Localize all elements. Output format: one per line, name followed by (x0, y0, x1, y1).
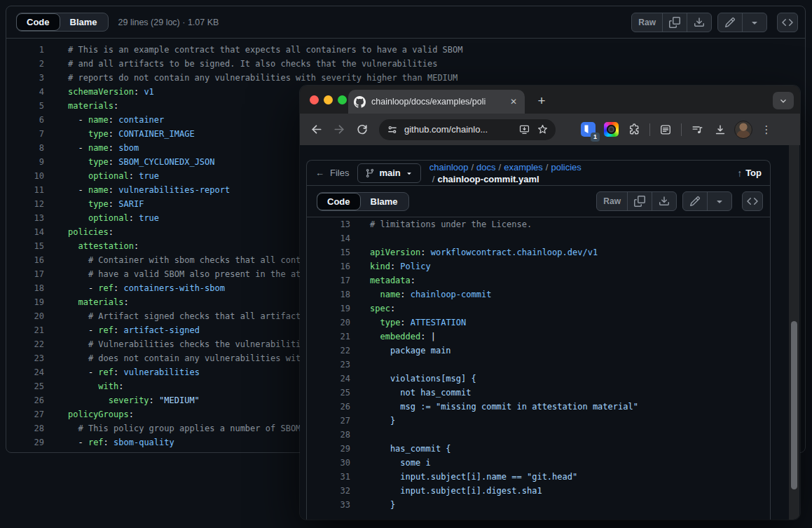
raw-button[interactable]: Raw (597, 192, 627, 210)
address-bar[interactable]: github.com/chainlo... (379, 119, 556, 140)
line-number[interactable]: 22 (307, 344, 350, 358)
line-number[interactable]: 12 (6, 197, 44, 211)
line-number[interactable]: 26 (307, 400, 350, 414)
branch-selector[interactable]: main (357, 163, 420, 183)
reading-list-button[interactable] (655, 119, 676, 140)
extensions-button[interactable] (624, 119, 645, 140)
symbols-panel-button[interactable] (742, 191, 763, 211)
line-number[interactable]: 27 (6, 407, 44, 421)
color-wheel-extension-button[interactable] (600, 119, 621, 140)
line-number[interactable]: 18 (307, 287, 350, 302)
line-number[interactable]: 25 (307, 386, 350, 400)
site-settings-button[interactable] (383, 121, 401, 139)
line-number[interactable]: 8 (6, 141, 44, 155)
line-number[interactable]: 1 (6, 43, 44, 57)
line-number[interactable]: 23 (307, 358, 350, 372)
new-tab-button[interactable]: + (532, 92, 551, 110)
code-blame-switch: Code Blame (317, 192, 409, 211)
line-number[interactable]: 19 (6, 295, 44, 309)
line-number[interactable]: 28 (307, 428, 350, 442)
password-manager-extension-button[interactable]: 1 (577, 119, 598, 140)
line-number[interactable]: 28 (6, 421, 44, 435)
line-number[interactable]: 15 (6, 239, 44, 253)
line-number[interactable]: 14 (307, 231, 350, 245)
tab-close-icon[interactable]: ✕ (508, 95, 519, 108)
line-number[interactable]: 20 (307, 316, 350, 330)
line-number[interactable]: 17 (6, 267, 44, 281)
back-to-top-link[interactable]: ↑ Top (737, 168, 762, 179)
line-number[interactable]: 17 (307, 273, 350, 287)
breadcrumb-link[interactable]: docs (476, 162, 495, 172)
breadcrumb-link[interactable]: chainloop (429, 162, 469, 172)
files-sidebar-toggle[interactable]: ← Files (315, 168, 349, 178)
line-number[interactable]: 13 (307, 217, 350, 231)
line-number[interactable]: 3 (6, 71, 44, 85)
line-number[interactable]: 29 (6, 435, 44, 449)
line-number[interactable]: 9 (6, 155, 44, 169)
line-number[interactable]: 10 (6, 169, 44, 183)
line-number[interactable]: 11 (6, 183, 44, 197)
media-controls-button[interactable] (687, 119, 708, 140)
line-number[interactable]: 2 (6, 57, 44, 71)
edit-dropdown-button[interactable] (742, 13, 766, 32)
line-number[interactable]: 18 (6, 281, 44, 295)
download-raw-button[interactable] (652, 192, 676, 210)
breadcrumb-link[interactable]: policies (551, 162, 581, 172)
edit-dropdown-button[interactable] (707, 192, 731, 210)
tab-blame[interactable]: Blame (60, 13, 108, 31)
download-raw-button[interactable] (687, 13, 711, 32)
line-number[interactable]: 19 (307, 302, 350, 316)
install-app-button[interactable] (515, 121, 533, 139)
downloads-button[interactable] (710, 119, 731, 140)
line-number[interactable]: 23 (6, 351, 44, 365)
line-number[interactable]: 7 (6, 127, 44, 141)
line-number[interactable]: 21 (6, 323, 44, 337)
browser-tab[interactable]: chainloop/docs/examples/poli ✕ (348, 90, 525, 114)
browser-menu-button[interactable]: ⋮ (756, 119, 777, 140)
copy-button[interactable] (662, 13, 687, 32)
back-button[interactable] (305, 119, 326, 140)
scrollbar[interactable] (789, 145, 799, 520)
tab-blame[interactable]: Blame (360, 193, 408, 210)
line-number[interactable]: 21 (307, 330, 350, 344)
copy-button[interactable] (627, 192, 652, 210)
line-number[interactable]: 24 (307, 372, 350, 386)
line-number[interactable]: 32 (307, 484, 350, 498)
line-number[interactable]: 22 (6, 337, 44, 351)
tab-code[interactable]: Code (16, 13, 60, 31)
scrollbar-thumb[interactable] (791, 321, 797, 489)
edit-button[interactable] (718, 13, 742, 32)
line-number[interactable]: 26 (6, 393, 44, 407)
line-number[interactable]: 13 (6, 211, 44, 225)
line-number[interactable]: 16 (307, 259, 350, 273)
url-text: github.com/chainlo... (401, 124, 515, 135)
forward-button[interactable] (329, 119, 350, 140)
minimize-window-button[interactable] (324, 95, 333, 104)
edit-button[interactable] (683, 192, 707, 210)
line-number[interactable]: 14 (6, 225, 44, 239)
tab-code[interactable]: Code (317, 193, 361, 210)
line-number[interactable]: 30 (307, 456, 350, 470)
line-number[interactable]: 4 (6, 85, 44, 99)
line-number[interactable]: 29 (307, 442, 350, 456)
symbols-panel-button[interactable] (777, 13, 798, 32)
forward-arrow-icon (333, 123, 346, 136)
line-number[interactable]: 16 (6, 253, 44, 267)
line-number[interactable]: 5 (6, 99, 44, 113)
close-window-button[interactable] (310, 95, 319, 104)
line-number[interactable]: 27 (307, 414, 350, 428)
line-number[interactable]: 25 (6, 379, 44, 393)
line-number[interactable]: 6 (6, 113, 44, 127)
bookmark-button[interactable] (533, 121, 551, 139)
line-number[interactable]: 24 (6, 365, 44, 379)
profile-avatar[interactable] (734, 121, 752, 139)
raw-button[interactable]: Raw (632, 13, 662, 32)
fullscreen-window-button[interactable] (338, 95, 347, 104)
line-number[interactable]: 20 (6, 309, 44, 323)
line-number[interactable]: 31 (307, 470, 350, 484)
tab-search-button[interactable] (773, 92, 794, 109)
reload-button[interactable] (352, 119, 373, 140)
breadcrumb-link[interactable]: examples (504, 162, 543, 172)
line-number[interactable]: 33 (307, 498, 350, 512)
line-number[interactable]: 15 (307, 245, 350, 259)
